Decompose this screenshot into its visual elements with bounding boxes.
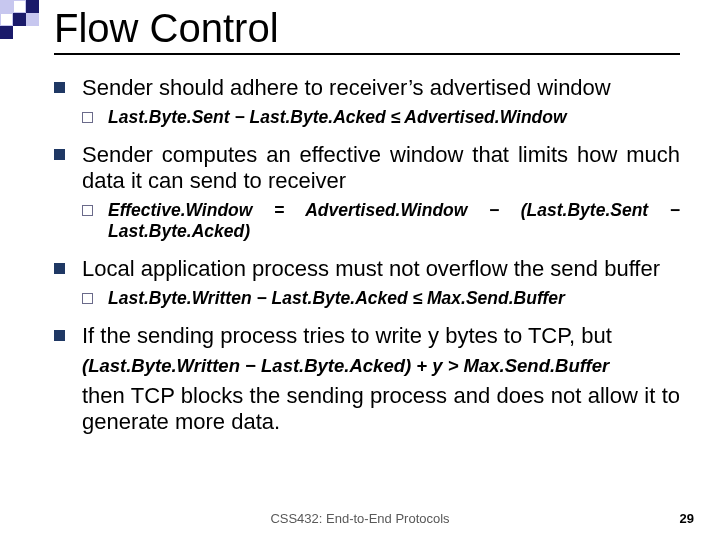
bullet-text: Sender should adhere to receiver’s adver… [82,75,611,100]
sub-list: Last.Byte.Written − Last.Byte.Acked ≤ Ma… [82,288,680,309]
sub-item: Last.Byte.Written − Last.Byte.Acked ≤ Ma… [82,288,680,309]
slide-title: Flow Control [54,6,680,51]
bullet-text: If the sending process tries to write y … [82,323,612,348]
bullet-text: Sender computes an effective window that… [82,142,680,193]
title-wrap: Flow Control [54,6,680,55]
bullet-item: Sender computes an effective window that… [54,142,680,242]
bullet-item: Sender should adhere to receiver’s adver… [54,75,680,128]
bullet-text: Local application process must not overf… [82,256,660,281]
bullet-list: Sender should adhere to receiver’s adver… [54,75,680,435]
bullet-item: Local application process must not overf… [54,256,680,309]
sub-list: Last.Byte.Sent − Last.Byte.Acked ≤ Adver… [82,107,680,128]
sub-list: Effective.Window = Advertised.Window − (… [82,200,680,242]
inline-formula: (Last.Byte.Written − Last.Byte.Acked) + … [82,355,680,377]
sub-item: Last.Byte.Sent − Last.Byte.Acked ≤ Adver… [82,107,680,128]
bullet-continuation: then TCP blocks the sending process and … [82,383,680,435]
bullet-item: If the sending process tries to write y … [54,323,680,435]
sub-item: Effective.Window = Advertised.Window − (… [82,200,680,242]
footer-text: CSS432: End-to-End Protocols [0,511,720,526]
page-number: 29 [680,511,694,526]
slide: Flow Control Sender should adhere to rec… [0,0,720,540]
